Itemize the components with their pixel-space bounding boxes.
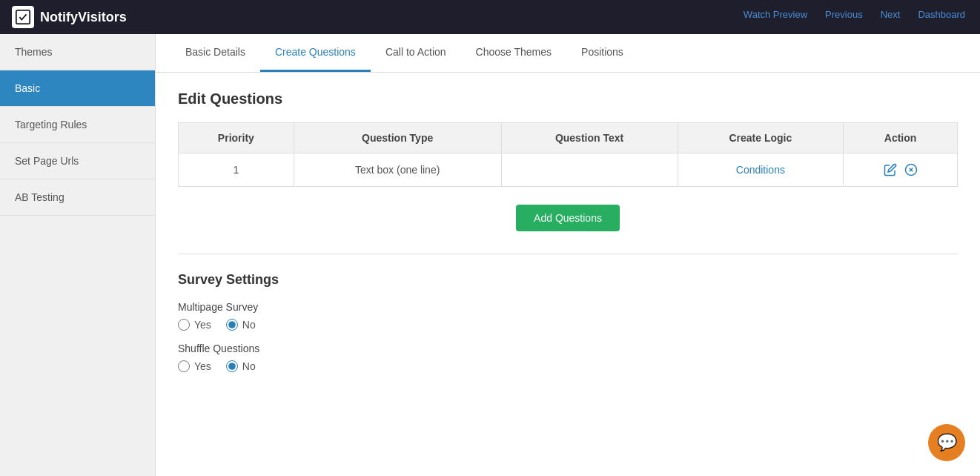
multipage-survey-options: Yes No — [178, 319, 958, 331]
cell-question-type: Text box (one line) — [294, 153, 501, 187]
conditions-link[interactable]: Conditions — [736, 164, 785, 176]
action-icons — [855, 162, 945, 177]
table-header-question-text: Question Text — [501, 123, 678, 153]
multipage-yes-radio[interactable] — [178, 319, 190, 331]
multipage-no-option[interactable]: No — [226, 319, 256, 331]
questions-table-header-row: PriorityQuestion TypeQuestion TextCreate… — [179, 123, 958, 153]
delete-icon[interactable] — [904, 162, 918, 177]
shuffle-questions-label: Shuffle Questions — [178, 343, 958, 354]
main-content: Basic DetailsCreate QuestionsCall to Act… — [156, 34, 980, 476]
multipage-yes-option[interactable]: Yes — [178, 319, 211, 331]
shuffle-no-radio[interactable] — [226, 360, 238, 372]
top-action-dashboard[interactable]: Dashboard — [918, 9, 965, 20]
main-layout: ThemesBasicTargeting RulesSet Page UrlsA… — [0, 34, 980, 476]
brand-logo: NotifyVisitors — [12, 6, 127, 28]
questions-table-head: PriorityQuestion TypeQuestion TextCreate… — [179, 123, 958, 153]
sidebar-item-set-page-urls[interactable]: Set Page Urls — [0, 143, 155, 179]
cell-priority: 1 — [179, 153, 294, 187]
table-header-question-type: Question Type — [294, 123, 501, 153]
table-header-create-logic: Create Logic — [678, 123, 844, 153]
edit-icon[interactable] — [883, 162, 898, 177]
table-row: 1Text box (one line)Conditions — [179, 153, 958, 187]
multipage-survey-group: Multipage Survey Yes No — [178, 301, 958, 331]
multipage-no-radio[interactable] — [226, 319, 238, 331]
questions-table-body: 1Text box (one line)Conditions — [179, 153, 958, 187]
table-header-action: Action — [844, 123, 958, 153]
divider — [178, 254, 958, 254]
chat-icon: 💬 — [937, 433, 957, 452]
sidebar: ThemesBasicTargeting RulesSet Page UrlsA… — [0, 34, 156, 476]
navbar: NotifyVisitors Watch PreviewPreviousNext… — [0, 0, 980, 34]
sidebar-item-targeting-rules[interactable]: Targeting Rules — [0, 107, 155, 143]
table-header-priority: Priority — [179, 123, 294, 153]
chat-float-button[interactable]: 💬 — [928, 424, 965, 461]
edit-questions-title: Edit Questions — [178, 90, 958, 108]
shuffle-questions-group: Shuffle Questions Yes No — [178, 343, 958, 372]
top-action-next[interactable]: Next — [881, 9, 901, 20]
multipage-yes-label: Yes — [194, 319, 211, 331]
shuffle-questions-options: Yes No — [178, 360, 958, 372]
cell-question-text — [501, 153, 678, 187]
multipage-no-label: No — [242, 319, 256, 331]
content-area: Edit Questions PriorityQuestion TypeQues… — [156, 73, 980, 402]
sidebar-item-themes[interactable]: Themes — [0, 34, 155, 70]
cell-create-logic: Conditions — [678, 153, 844, 187]
cell-action — [844, 153, 958, 187]
tab-positions[interactable]: Positions — [566, 34, 638, 72]
shuffle-yes-radio[interactable] — [178, 360, 190, 372]
tab-choose-themes[interactable]: Choose Themes — [461, 34, 566, 72]
shuffle-no-label: No — [242, 360, 256, 372]
tab-basic-details[interactable]: Basic Details — [170, 34, 260, 72]
sidebar-item-ab-testing[interactable]: AB Testing — [0, 179, 155, 216]
shuffle-no-option[interactable]: No — [226, 360, 256, 372]
tab-bar: Basic DetailsCreate QuestionsCall to Act… — [156, 34, 980, 73]
top-action-previous[interactable]: Previous — [825, 9, 863, 20]
svg-rect-0 — [16, 10, 30, 24]
top-action-watch-preview[interactable]: Watch Preview — [744, 9, 807, 20]
brand-name: NotifyVisitors — [40, 10, 127, 25]
add-questions-button[interactable]: Add Questions — [516, 205, 620, 231]
top-actions: Watch PreviewPreviousNextDashboard — [744, 9, 965, 20]
sidebar-item-basic[interactable]: Basic — [0, 70, 155, 107]
tab-call-to-action[interactable]: Call to Action — [371, 34, 461, 72]
questions-table: PriorityQuestion TypeQuestion TextCreate… — [178, 122, 958, 187]
multipage-survey-label: Multipage Survey — [178, 301, 958, 313]
survey-settings-title: Survey Settings — [178, 272, 958, 288]
tab-create-questions[interactable]: Create Questions — [260, 34, 371, 72]
logo-icon — [12, 6, 34, 28]
shuffle-yes-option[interactable]: Yes — [178, 360, 211, 372]
shuffle-yes-label: Yes — [194, 360, 211, 372]
